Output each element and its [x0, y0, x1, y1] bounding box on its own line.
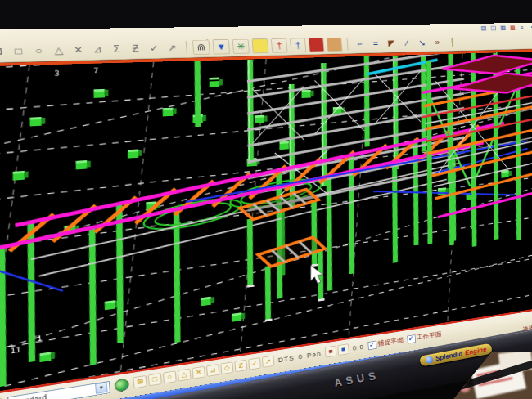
snap-sum-icon[interactable]: Σ: [108, 42, 125, 56]
dts-indicator: DTS: [277, 354, 295, 364]
snap-toggle-extension-icon[interactable]: ↗: [262, 356, 275, 368]
tekla-structures-window: ▤◫▦▩≡◔▣◇ ◉◎▱▭⊘ ⊠□○△✕⊿ΣƵ✓↗ ⋒▼✳†† ⌐=◤∕↘»|: [0, 22, 532, 399]
select-filter-icon[interactable]: ▼: [212, 39, 230, 55]
create-arrow-icon[interactable]: ↘: [416, 36, 429, 48]
footing-block: [29, 117, 45, 127]
snap-midpoint-icon[interactable]: △: [49, 43, 67, 58]
snapshot-icon[interactable]: ✳: [232, 39, 250, 54]
snap-perpendicular-icon[interactable]: ⊿: [89, 43, 107, 57]
splendid-logo-icon: [425, 356, 433, 364]
checkbox-check-icon[interactable]: ✓: [407, 334, 416, 344]
snap-center-icon[interactable]: ○: [29, 43, 48, 58]
red-swatch-icon[interactable]: [309, 38, 325, 52]
svg-text:3: 3: [54, 69, 59, 78]
snap-toggle-diamond-icon[interactable]: ◇: [220, 361, 233, 374]
pin-red-icon[interactable]: †: [271, 38, 288, 53]
window-new-icon[interactable]: ▤: [480, 25, 488, 32]
create-column-icon[interactable]: ⌐: [353, 38, 367, 51]
bar-icon[interactable]: |: [445, 36, 458, 48]
clock-icon[interactable]: ◔: [527, 24, 532, 31]
snap-intersection-icon[interactable]: ✕: [70, 43, 88, 57]
grid-view-icon[interactable]: ▦: [498, 24, 507, 31]
yellow-swatch-icon[interactable]: [251, 38, 268, 53]
coords-indicator: 0:0: [353, 343, 365, 352]
asus-logo: ASUS: [333, 369, 381, 389]
hatch-view-icon[interactable]: ▩: [508, 24, 516, 31]
tan-swatch-icon[interactable]: [327, 38, 343, 52]
tools-toolbar-group: ⋒▼✳††: [192, 38, 343, 56]
phase-swatch-icon[interactable]: ■: [325, 346, 337, 358]
chevron-down-icon[interactable]: ▾: [95, 382, 108, 394]
snap-toggle-midpoint-icon[interactable]: △: [178, 368, 192, 381]
plane-swatch-icon[interactable]: ■: [337, 343, 349, 356]
fastforward-icon[interactable]: »: [431, 36, 444, 48]
snap-toggle-perpendicular-icon[interactable]: ⊿: [206, 364, 219, 377]
selection-filter-value: standard: [12, 392, 47, 399]
snap-toggle-center-icon[interactable]: ○: [163, 370, 177, 383]
snap-extension-icon[interactable]: ↗: [164, 41, 180, 55]
toolbar-separator: [186, 41, 187, 55]
photo-of-monitor: ▤◫▦▩≡◔▣◇ ◉◎▱▭⊘ ⊠□○△✕⊿ΣƵ✓↗ ⋒▼✳†† ⌐=◤∕↘»|: [0, 0, 532, 399]
snap-endpoint-icon[interactable]: □: [9, 43, 28, 58]
create-plate-icon[interactable]: ◤: [385, 37, 399, 49]
snap-toggle-intersection-icon[interactable]: ✕: [192, 366, 205, 379]
checkbox-check-icon[interactable]: ✓: [367, 340, 376, 350]
draw-toolbar-group: ⌐=◤∕↘»|: [353, 36, 459, 51]
splendid-sticker-text: Splendid: [435, 350, 463, 362]
snap-nearest-icon[interactable]: Ƶ: [127, 42, 144, 56]
snap-any-icon[interactable]: ✓: [146, 41, 163, 55]
snap-points-icon[interactable]: ⊠: [0, 44, 7, 59]
create-beam-icon[interactable]: =: [368, 37, 382, 50]
pin-blue-icon[interactable]: †: [290, 38, 306, 52]
splendid-sticker-subtext: Engine: [464, 346, 487, 357]
svg-text:11: 11: [11, 346, 21, 356]
snap-toggle-points-icon[interactable]: ⊠: [133, 375, 147, 388]
snap-toggle-nearest-icon[interactable]: Ƶ: [234, 360, 247, 373]
toolbar-separator: [347, 38, 349, 50]
snap-toggle-any-icon[interactable]: ✓: [248, 357, 261, 370]
window-split-icon[interactable]: ◫: [489, 25, 498, 32]
phase-indicator: 0: [298, 352, 303, 361]
svg-text:7: 7: [93, 66, 98, 74]
list-icon[interactable]: ≡: [518, 24, 526, 31]
snap-toolbar-group: ⊠□○△✕⊿ΣƵ✓↗: [0, 41, 181, 59]
snap-toggle-endpoint-icon[interactable]: □: [148, 373, 162, 386]
pan-mode-indicator: Pan: [307, 350, 322, 359]
binoculars-icon[interactable]: ⋒: [192, 39, 210, 55]
platforms: [240, 188, 326, 325]
create-brace-icon[interactable]: ∕: [400, 37, 414, 49]
